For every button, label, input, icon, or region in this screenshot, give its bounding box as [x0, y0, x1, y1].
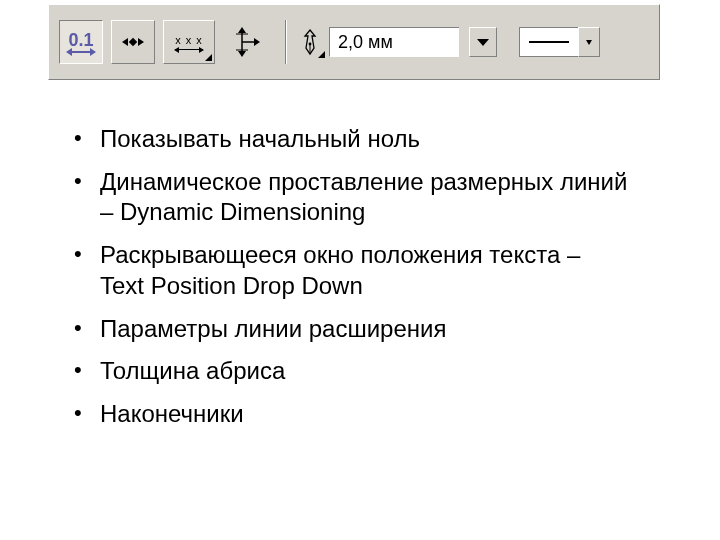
pen-nib-icon	[300, 28, 320, 56]
svg-marker-2	[238, 51, 246, 57]
list-item: Раскрывающееся окно положения текста – T…	[70, 240, 630, 301]
list-item: Параметры линии расширения	[70, 314, 630, 345]
list-item: Толщина абриса	[70, 356, 630, 387]
arrowhead-style-preview[interactable]	[519, 27, 578, 57]
chevron-down-icon	[586, 40, 592, 45]
arrowhead-style-combo	[519, 27, 600, 57]
outline-pen-button[interactable]	[297, 20, 323, 64]
flyout-indicator-icon	[205, 54, 212, 61]
flyout-indicator-icon	[318, 51, 325, 58]
list-item: Показывать начальный ноль	[70, 124, 630, 155]
show-leading-zero-button[interactable]: 0.1	[59, 20, 103, 64]
toolbar: 0.1 x x x	[48, 4, 660, 80]
svg-point-7	[309, 43, 312, 46]
outline-thickness-combo: 2,0 мм	[329, 27, 497, 57]
line-sample-icon	[529, 41, 569, 43]
svg-marker-4	[254, 38, 260, 46]
description-list: Показывать начальный ноль Динамическое п…	[70, 124, 630, 430]
text-position-icon: x x x	[175, 35, 203, 50]
list-item: Динамическое проставление размерных лини…	[70, 167, 630, 228]
chevron-down-icon	[477, 39, 489, 46]
outline-thickness-dropdown-button[interactable]	[469, 27, 497, 57]
dynamic-dimensioning-button[interactable]	[111, 20, 155, 64]
outline-thickness-input[interactable]: 2,0 мм	[329, 27, 459, 57]
toolbar-separator	[285, 20, 287, 64]
arrowhead-style-dropdown-button[interactable]	[578, 27, 600, 57]
svg-marker-1	[238, 27, 246, 33]
leading-zero-icon: 0.1	[68, 31, 93, 53]
dynamic-dimensioning-icon	[116, 38, 150, 46]
extension-line-params-button[interactable]	[227, 20, 267, 64]
list-item: Наконечники	[70, 399, 630, 430]
extension-line-icon	[233, 26, 261, 58]
text-position-button[interactable]: x x x	[163, 20, 215, 64]
